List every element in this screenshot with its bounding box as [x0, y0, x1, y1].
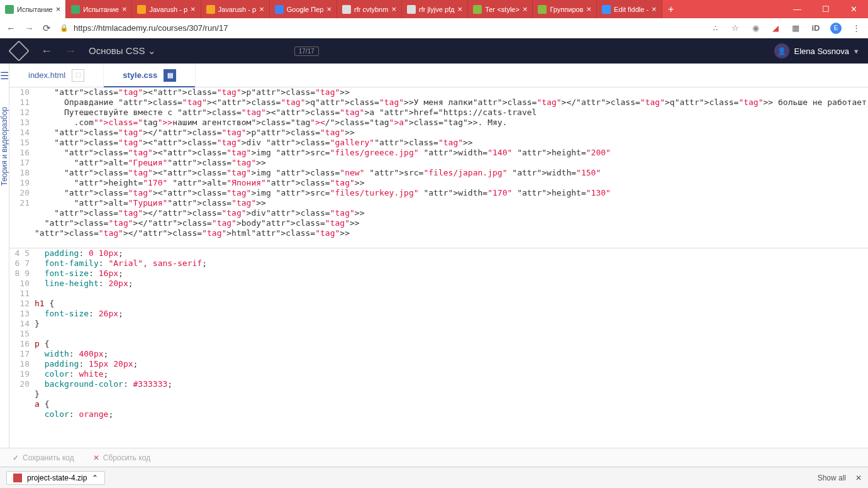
chevron-down-icon[interactable]: ▾ — [854, 47, 859, 56]
course-name[interactable]: Основы CSS ⌄ — [89, 45, 156, 57]
browser-tab-9[interactable]: Edit fiddle -× — [597, 0, 662, 18]
app-header: ← → Основы CSS ⌄ 17/17 👤 Elena Sosnova ▾ — [0, 38, 868, 64]
close-icon[interactable]: × — [259, 4, 264, 14]
tabs-container: Испытание× Испытание× Javarush - р× Java… — [0, 0, 783, 18]
browser-tab-5[interactable]: rfr cvtybnm× — [337, 0, 402, 18]
browser-tab-6[interactable]: rfr jlyjve pfд× — [402, 0, 468, 18]
close-dlbar-button[interactable]: ✕ — [855, 474, 862, 482]
file-tabs: index.html ☐ style.css ▤ — [9, 64, 868, 87]
panel-icon[interactable]: ▤ — [164, 69, 176, 82]
editor-actions: ✓Сохранить код ✕Сбросить код — [0, 448, 868, 467]
close-icon[interactable]: × — [458, 4, 463, 14]
browser-tab-8[interactable]: Группиров× — [533, 0, 597, 18]
menu-icon[interactable]: ⋮ — [850, 23, 862, 34]
ext-icon-4[interactable]: iD — [810, 23, 821, 34]
avatar[interactable]: 👤 — [774, 43, 789, 58]
ext-icon-2[interactable]: ◢ — [770, 23, 781, 34]
ext-icon-1[interactable]: ◉ — [750, 23, 761, 34]
close-icon[interactable]: × — [523, 4, 528, 14]
x-icon: ✕ — [93, 453, 99, 462]
close-icon[interactable]: × — [326, 4, 331, 14]
file-tab-html[interactable]: index.html ☐ — [9, 64, 104, 87]
minimize-button[interactable]: — — [783, 0, 811, 18]
close-icon[interactable]: × — [586, 4, 591, 14]
browser-tab-0[interactable]: Испытание× — [0, 0, 66, 18]
user-name[interactable]: Elena Sosnova — [794, 47, 849, 56]
url-input[interactable]: 🔒 https://htmlacademy.ru/courses/307/run… — [60, 23, 701, 33]
save-code-button[interactable]: ✓Сохранить код — [13, 453, 74, 462]
browser-tab-4[interactable]: Google Пер× — [270, 0, 337, 18]
hamburger-icon[interactable]: ☰ — [0, 70, 9, 82]
progress-badge: 17/17 — [294, 47, 319, 56]
star-icon[interactable]: ☆ — [730, 23, 741, 34]
logo-icon[interactable] — [8, 40, 30, 62]
close-window-button[interactable]: ✕ — [840, 0, 868, 18]
browser-tab-3[interactable]: Javarush - р× — [201, 0, 270, 18]
translate-icon[interactable]: ⛬ — [709, 23, 721, 34]
nav-back[interactable]: ← — [41, 45, 52, 58]
sidebar-label[interactable]: Теория и видеоразбор — [0, 107, 9, 186]
download-bar: project-state-4.zip ⌃ Show all ✕ — [0, 467, 868, 488]
html-editor[interactable]: 10 11 12 13 14 15 16 17 18 19 20 21 "att… — [9, 87, 868, 248]
close-icon[interactable]: × — [391, 4, 396, 14]
chevron-up-icon[interactable]: ⌃ — [92, 474, 98, 482]
lock-icon: 🔒 — [60, 24, 69, 32]
back-button[interactable]: ← — [6, 23, 16, 33]
profile-icon[interactable]: E — [830, 23, 842, 34]
reload-button[interactable]: ⟳ — [43, 23, 51, 34]
browser-tab-7[interactable]: Тег <style>× — [468, 0, 533, 18]
ext-icon-3[interactable]: ▦ — [790, 23, 801, 34]
download-item[interactable]: project-state-4.zip ⌃ — [6, 471, 105, 485]
browser-tab-1[interactable]: Испытание× — [66, 0, 132, 18]
new-tab-button[interactable]: + — [662, 0, 680, 18]
reset-code-button[interactable]: ✕Сбросить код — [93, 453, 150, 462]
file-icon — [13, 474, 22, 482]
browser-tab-strip: Испытание× Испытание× Javarush - р× Java… — [0, 0, 868, 18]
left-sidebar: ☰ Теория и видеоразбор — [0, 64, 9, 448]
close-icon[interactable]: × — [191, 4, 196, 14]
file-tab-css[interactable]: style.css ▤ — [104, 64, 196, 87]
close-icon[interactable]: × — [122, 4, 127, 14]
forward-button[interactable]: → — [25, 23, 34, 33]
close-icon[interactable]: × — [56, 4, 61, 14]
close-icon[interactable]: × — [652, 4, 657, 14]
maximize-button[interactable]: ☐ — [811, 0, 840, 18]
show-all-button[interactable]: Show all — [818, 474, 846, 482]
check-icon: ✓ — [13, 453, 19, 462]
nav-forward[interactable]: → — [65, 45, 76, 58]
css-editor[interactable]: 4 5 6 7 8 9 10 11 12 13 14 15 16 17 18 1… — [9, 248, 868, 448]
browser-tab-2[interactable]: Javarush - р× — [132, 0, 201, 18]
address-bar: ← → ⟳ 🔒 https://htmlacademy.ru/courses/3… — [0, 18, 868, 38]
panel-icon[interactable]: ☐ — [72, 69, 84, 82]
